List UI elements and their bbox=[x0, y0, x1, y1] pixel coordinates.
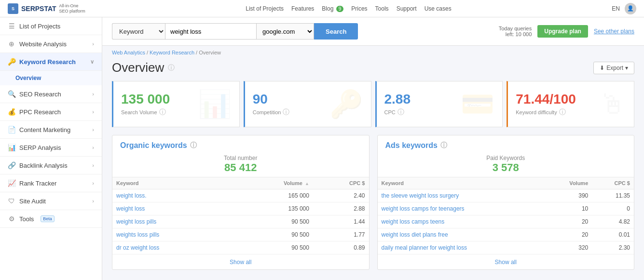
ads-keyword-link[interactable]: weight loss camps teens bbox=[382, 218, 445, 225]
ads-col-keyword: Keyword bbox=[378, 177, 545, 189]
sidebar-item-seo-research[interactable]: 🔍 SEO Research › bbox=[0, 85, 102, 103]
breadcrumb-web-analytics[interactable]: Web Analytics bbox=[112, 50, 145, 55]
search-input[interactable] bbox=[165, 23, 256, 40]
organic-keyword-cell: weight loss pills bbox=[112, 215, 234, 228]
chevron-right-audit-icon: › bbox=[92, 198, 94, 204]
breadcrumb-keyword-research[interactable]: Keyword Research bbox=[150, 50, 194, 55]
organic-table-row: weights loss pills 90 500 1.77 bbox=[112, 228, 369, 241]
list-of-projects-topnav-link[interactable]: List of Projects bbox=[246, 5, 284, 12]
organic-keyword-cell: weight loss bbox=[112, 202, 234, 215]
ads-cpc-cell: 4.82 bbox=[592, 215, 634, 228]
keyword-difficulty-value: 71.44/100 bbox=[516, 92, 593, 107]
export-chevron-icon: ▾ bbox=[625, 65, 628, 71]
search-volume-info-icon[interactable]: ⓘ bbox=[159, 108, 166, 117]
search-type-select[interactable]: Keyword Domain URL bbox=[112, 23, 165, 40]
page-title: Overview ⓘ bbox=[112, 60, 175, 75]
sidebar-item-content-marketing[interactable]: 📄 Content Marketing › bbox=[0, 121, 102, 139]
sidebar-item-list-of-projects[interactable]: ☰ List of Projects bbox=[0, 17, 102, 35]
engine-select[interactable]: google.com google.co.uk bing.com bbox=[256, 23, 314, 40]
ads-title-info-icon[interactable]: ⓘ bbox=[440, 141, 447, 150]
sidebar-item-tools[interactable]: ⚙ Tools Beta bbox=[0, 210, 102, 228]
ads-table-row: weight loss camps teens 20 4.82 bbox=[378, 215, 634, 228]
beta-badge: Beta bbox=[41, 215, 55, 222]
sidebar-item-backlink-analysis[interactable]: 🔗 Backlink Analysis › bbox=[0, 157, 102, 174]
ads-keyword-link[interactable]: daily meal planner for weight loss bbox=[382, 244, 467, 251]
upgrade-button[interactable]: Upgrade plan bbox=[537, 25, 588, 38]
ads-keyword-link[interactable]: weight loss camps for teenagers bbox=[382, 205, 465, 212]
sidebar-item-rank-tracker[interactable]: 📈 Rank Tracker › bbox=[0, 174, 102, 192]
search-bar-right: Today queries left: 10 000 Upgrade plan … bbox=[499, 25, 634, 38]
competition-bg-icon: 🔑 bbox=[329, 88, 363, 120]
hamburger-icon: ☰ bbox=[8, 22, 15, 30]
sidebar-label-ppc-research: PPC Research bbox=[19, 108, 61, 116]
organic-volume-cell: 165 000 bbox=[234, 189, 313, 202]
stat-card-search-volume: 135 000 Search Volume ⓘ 📊 bbox=[112, 81, 240, 127]
prices-nav-link[interactable]: Prices bbox=[351, 5, 367, 12]
stat-card-competition: 90 Competition ⓘ 🔑 bbox=[244, 81, 371, 127]
chevron-right-serp-icon: › bbox=[92, 145, 94, 150]
top-nav: S SERPSTAT All-in-One SEO platform List … bbox=[0, 0, 644, 17]
ads-table-title: Ads keywords ⓘ bbox=[385, 141, 627, 150]
top-nav-right: EN 👤 bbox=[612, 3, 636, 14]
sidebar-label-list-of-projects: List of Projects bbox=[19, 23, 60, 30]
organic-total-subtitle: Total number 85 412 bbox=[112, 152, 369, 177]
organic-total-label: Total number bbox=[115, 155, 366, 161]
organic-keyword-link[interactable]: weight loss. bbox=[116, 192, 147, 199]
ads-volume-cell: 10 bbox=[545, 202, 592, 215]
sidebar-label-tools: Tools bbox=[19, 215, 34, 223]
title-info-icon[interactable]: ⓘ bbox=[168, 64, 175, 72]
organic-keyword-cell: weights loss pills bbox=[112, 228, 234, 241]
other-plans-link[interactable]: See other plans bbox=[594, 28, 634, 35]
sidebar-item-ppc-research[interactable]: 💰 PPC Research › bbox=[0, 103, 102, 121]
organic-show-all[interactable]: Show all bbox=[112, 254, 369, 269]
blog-nav-link[interactable]: Blog 9 bbox=[322, 5, 343, 12]
sidebar-item-site-audit[interactable]: 🛡 Site Audit › bbox=[0, 192, 102, 210]
user-avatar[interactable]: 👤 bbox=[625, 3, 636, 14]
sidebar-item-serp-analysis[interactable]: 📊 SERP Analysis › bbox=[0, 139, 102, 157]
logo-icon: S bbox=[8, 3, 18, 14]
organic-keyword-link[interactable]: weights loss pills bbox=[116, 231, 159, 238]
organic-keyword-link[interactable]: weight loss bbox=[116, 205, 145, 212]
ads-total-value: 3 578 bbox=[381, 161, 631, 174]
keyword-difficulty-info-icon[interactable]: ⓘ bbox=[559, 108, 566, 117]
support-nav-link[interactable]: Support bbox=[397, 5, 417, 12]
competition-info-icon[interactable]: ⓘ bbox=[283, 108, 289, 117]
search-button[interactable]: Search bbox=[314, 23, 358, 40]
top-nav-left: S SERPSTAT All-in-One SEO platform bbox=[8, 3, 85, 14]
ads-volume-cell: 20 bbox=[545, 215, 592, 228]
tables-row: Organic keywords ⓘ Total number 85 412 K… bbox=[112, 135, 634, 270]
language-selector[interactable]: EN bbox=[612, 5, 620, 12]
sidebar-subitem-overview[interactable]: Overview bbox=[0, 71, 102, 85]
organic-col-cpc: CPC $ bbox=[313, 177, 369, 189]
ads-keywords-section: Ads keywords ⓘ Paid Keywords 3 578 Keywo… bbox=[377, 135, 635, 270]
organic-keyword-link[interactable]: dr oz weight loss bbox=[116, 244, 159, 251]
queries-count: left: 10 000 bbox=[499, 31, 532, 37]
cpc-info-icon[interactable]: ⓘ bbox=[397, 108, 404, 117]
organic-col-volume[interactable]: Volume ▲ bbox=[234, 177, 313, 189]
ads-volume-cell: 390 bbox=[545, 189, 592, 202]
export-button[interactable]: ⬇ Export ▾ bbox=[593, 62, 634, 74]
ads-col-cpc: CPC $ bbox=[592, 177, 634, 189]
organic-title-info-icon[interactable]: ⓘ bbox=[190, 141, 197, 150]
sidebar-item-keyword-research[interactable]: 🔑 Keyword Research ∨ bbox=[0, 53, 102, 71]
organic-cpc-cell: 1.44 bbox=[313, 215, 369, 228]
organic-keyword-cell: weight loss. bbox=[112, 189, 234, 202]
organic-keyword-link[interactable]: weight loss pills bbox=[116, 218, 156, 225]
ads-keyword-link[interactable]: weight loss diet plans free bbox=[382, 231, 448, 238]
sidebar-item-website-analysis[interactable]: ⊕ Website Analysis › bbox=[0, 35, 102, 53]
organic-table-row: weight loss. 165 000 2.40 bbox=[112, 189, 369, 202]
organic-table-header: Organic keywords ⓘ bbox=[112, 135, 369, 152]
ads-show-all[interactable]: Show all bbox=[378, 254, 634, 269]
features-nav-link[interactable]: Features bbox=[291, 5, 314, 12]
ads-table: Keyword Volume CPC $ bbox=[378, 177, 634, 254]
queries-label: Today queries bbox=[499, 26, 532, 31]
ads-keyword-cell: daily meal planner for weight loss bbox=[378, 241, 545, 254]
use-cases-nav-link[interactable]: Use cases bbox=[425, 5, 452, 12]
ads-keyword-cell: weight loss camps for teenagers bbox=[378, 202, 545, 215]
ads-table-row: weight loss diet plans free 20 0.01 bbox=[378, 228, 634, 241]
main-layout: ☰ List of Projects ⊕ Website Analysis › … bbox=[0, 17, 644, 280]
tools-nav-link[interactable]: Tools bbox=[375, 5, 389, 12]
page-title-row: Overview ⓘ ⬇ Export ▾ bbox=[112, 57, 634, 81]
organic-cpc-cell: 2.88 bbox=[313, 202, 369, 215]
ads-keyword-link[interactable]: the sleeve weight loss surgery bbox=[382, 192, 459, 199]
